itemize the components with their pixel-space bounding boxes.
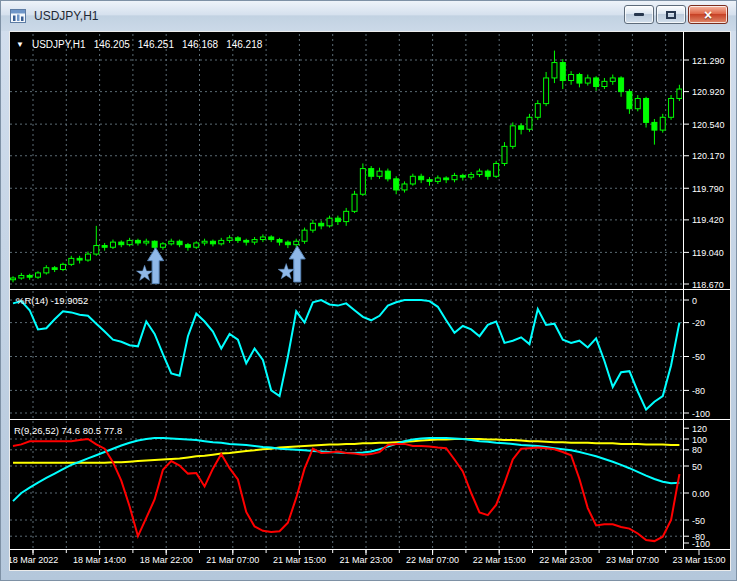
- close-icon: ×: [704, 8, 712, 22]
- window-controls: ×: [624, 5, 728, 24]
- grid-lines: [10, 34, 682, 548]
- candle: [535, 104, 540, 118]
- candle: [635, 98, 640, 108]
- candle: [169, 241, 174, 244]
- close-button[interactable]: ×: [688, 5, 728, 24]
- candle: [460, 175, 465, 177]
- header-high: 146.251: [138, 39, 174, 50]
- candle: [419, 176, 424, 179]
- rci-long-line: [13, 439, 679, 463]
- candle: [427, 180, 432, 182]
- price-axis: 121.290120.920120.540120.170119.790119.4…: [684, 56, 725, 290]
- title-bar[interactable]: USDJPY,H1 ×: [1, 1, 736, 31]
- candle: [602, 81, 607, 86]
- chart-window-icon: [10, 9, 27, 24]
- buy-arrow-icon: [148, 248, 164, 284]
- candle: [335, 218, 340, 221]
- candle: [135, 240, 140, 243]
- header-open: 146.205: [94, 39, 130, 50]
- candle: [19, 275, 24, 278]
- candle: [619, 78, 624, 92]
- candle: [202, 241, 207, 243]
- candle: [44, 268, 49, 273]
- candle: [652, 122, 657, 130]
- time-axis-label: 23 Mar 15:00: [672, 555, 725, 565]
- candle: [527, 117, 532, 129]
- rci-label: R(9,26,52) 74.6 80.5 77.8: [14, 425, 122, 436]
- candle: [160, 244, 165, 247]
- wr-axis-label: -80: [692, 386, 705, 396]
- candle: [310, 223, 315, 230]
- price-axis-label: 121.290: [692, 56, 725, 66]
- candlestick-series: [11, 51, 682, 283]
- candle: [677, 89, 682, 98]
- candle: [127, 240, 132, 244]
- minimize-button[interactable]: [624, 5, 654, 24]
- time-axis-label: 22 Mar 07:00: [406, 555, 459, 565]
- time-axis-label: 18 Mar 2022: [10, 555, 58, 565]
- candle: [60, 264, 65, 269]
- candle: [610, 78, 615, 81]
- time-axis-label: 23 Mar 07:00: [606, 555, 659, 565]
- chart-canvas[interactable]: 121.290120.920120.540120.170119.790119.4…: [10, 32, 730, 570]
- signal-markers: [137, 246, 306, 284]
- candle: [569, 75, 574, 81]
- candle: [27, 275, 32, 277]
- price-axis-label: 119.790: [692, 184, 724, 194]
- candle: [577, 75, 582, 84]
- time-axis-label: 21 Mar 07:00: [206, 555, 259, 565]
- maximize-button[interactable]: [656, 5, 686, 24]
- restore-icon: [666, 11, 676, 19]
- candle: [294, 241, 299, 244]
- rci-axis-label: -50: [692, 516, 705, 526]
- candle: [94, 246, 99, 255]
- wr-axis-label: -20: [692, 318, 705, 328]
- candle: [644, 98, 649, 122]
- price-axis-label: 119.040: [692, 248, 724, 258]
- candle: [519, 126, 524, 129]
- minimize-icon: [634, 13, 644, 16]
- candle: [344, 211, 349, 221]
- candle: [194, 243, 199, 247]
- star-icon: [278, 264, 294, 279]
- candle: [385, 171, 390, 179]
- candle: [210, 241, 215, 244]
- candle: [235, 238, 240, 241]
- candle: [669, 98, 674, 117]
- dropdown-arrow-icon[interactable]: ▼: [16, 41, 24, 49]
- candle: [435, 178, 440, 181]
- williams-r-axis: 0-20-50-80-100: [684, 296, 710, 419]
- candle: [252, 240, 257, 243]
- candle: [377, 171, 382, 176]
- candle: [285, 242, 290, 245]
- candle: [227, 238, 232, 241]
- time-axis-label: 18 Mar 22:00: [140, 555, 193, 565]
- candle: [410, 176, 415, 184]
- candle: [244, 240, 249, 242]
- candle: [319, 223, 324, 226]
- candle: [360, 169, 365, 195]
- time-axis-label: 21 Mar 23:00: [339, 555, 392, 565]
- candle: [11, 278, 16, 280]
- candle: [627, 92, 632, 109]
- price-axis-label: 120.540: [692, 120, 725, 130]
- candle: [402, 184, 407, 190]
- candle: [544, 78, 549, 104]
- wr-axis-label: 0: [692, 296, 697, 306]
- candle: [302, 230, 307, 241]
- header-close: 146.218: [226, 39, 262, 50]
- candle: [560, 63, 565, 81]
- header-low: 146.168: [182, 39, 218, 50]
- candle: [510, 126, 515, 147]
- time-axis-label: 21 Mar 15:00: [273, 555, 326, 565]
- rci-axis: 12010080500.00-50-80-100: [684, 424, 710, 549]
- candle: [444, 178, 449, 180]
- window-title: USDJPY,H1: [34, 9, 98, 23]
- rci-axis-label: -100: [692, 539, 710, 549]
- candle: [269, 237, 274, 240]
- candle: [452, 175, 457, 179]
- time-axis-label: 22 Mar 15:00: [473, 555, 526, 565]
- wr-axis-label: -50: [692, 352, 705, 362]
- chart-area[interactable]: 121.290120.920120.540120.170119.790119.4…: [9, 31, 731, 571]
- rci-axis-label: 80: [692, 445, 702, 455]
